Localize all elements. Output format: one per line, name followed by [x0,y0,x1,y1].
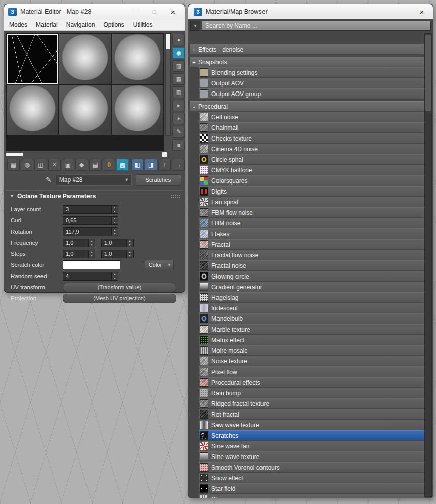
map-item-procedural-effects[interactable]: Procedural effects [199,377,424,387]
generate-preview-button[interactable]: ▸ [172,100,185,111]
spinner-down-icon[interactable]: ▾ [89,254,95,258]
group-header-snapshots[interactable]: +Snapshots [190,57,424,67]
spinner-down-icon[interactable]: ▾ [112,220,118,224]
material-slot[interactable] [7,34,58,84]
sample-uv-tiling-button[interactable]: ▦ [172,73,185,85]
map-item-saw-wave-texture[interactable]: Saw wave texture [199,420,424,430]
minimize-button[interactable]: — [128,6,143,17]
map-item-marble-texture[interactable]: Marble texture [199,324,424,334]
options-button[interactable]: ∗ [172,113,185,124]
spinner-field[interactable]: 1,0▴▾ [101,239,134,247]
map-item-fan-spiral[interactable]: Fan spiral [199,197,424,207]
material-slot[interactable] [7,85,58,135]
spinner-up-icon[interactable]: ▴ [112,228,118,232]
map-item-blending-settings[interactable]: Blending settings [199,67,424,77]
spinner-arrows[interactable]: ▴▾ [88,250,95,258]
spinner-up-icon[interactable]: ▴ [127,250,133,254]
slot-hscroll-thumb[interactable] [6,153,23,156]
browser-titlebar[interactable]: 3 Material/Map Browser × [188,4,433,19]
put-to-library-button[interactable]: ▤ [89,159,102,171]
spinner-field[interactable]: 3▴▾ [63,205,118,214]
color-swatch[interactable] [63,260,120,269]
select-by-material-button[interactable]: ✎ [172,126,185,138]
editor-titlebar[interactable]: 3 Material Editor - Map #28 — □ × [4,4,185,19]
slot-horizontal-scrollbar[interactable] [6,152,183,157]
menu-modes[interactable]: Modes [9,21,27,28]
group-header-procedural[interactable]: -Procedural [190,101,424,111]
map-item-colorsquares[interactable]: Colorsquares [199,175,424,186]
map-item-smooth-voronoi-contours[interactable]: Smooth Voronoi contours [199,462,424,472]
map-item-cell-noise[interactable]: Cell noise [199,112,424,122]
make-material-copy-button[interactable]: ▣ [62,159,74,171]
spinner-up-icon[interactable]: ▴ [89,250,95,254]
spinner-arrows[interactable]: ▴▾ [111,228,118,236]
spinner-down-icon[interactable]: ▾ [89,243,95,247]
pick-material-icon[interactable]: ✎ [46,176,52,184]
spinner-down-icon[interactable]: ▾ [112,209,118,213]
map-item-chainmail[interactable]: Chainmail [199,122,424,132]
map-item-fbm-flow-noise[interactable]: FBM flow noise [199,207,424,217]
map-item-iridescent[interactable]: Iridescent [199,303,424,313]
map-item-scratches[interactable]: Scratches [199,430,424,440]
spinner-down-icon[interactable]: ▾ [127,243,133,247]
map-item-cinema-4d-noise[interactable]: Cinema 4D noise [199,144,424,154]
spinner-field[interactable]: 1,0▴▾ [63,250,95,258]
go-forward-to-sibling-button[interactable]: → [172,159,185,171]
material-slot[interactable] [112,85,163,135]
show-end-result-button[interactable]: ◧ [131,159,144,171]
reset-map-button[interactable]: × [48,159,61,171]
spinner-arrows[interactable]: ▴▾ [111,206,118,213]
map-item-cmyk-halftone[interactable]: CMYK halftone [199,165,424,175]
slot-vertical-scrollbar[interactable] [165,33,171,136]
spinner-arrows[interactable]: ▴▾ [126,250,133,258]
map-item-circle-spiral[interactable]: Circle spiral [199,154,424,164]
material-id-channel-button[interactable]: 0 [103,159,115,171]
map-item-checks-texture[interactable]: Checks texture [199,133,424,143]
map-item-fractal-flow-noise[interactable]: Fractal flow noise [199,250,424,260]
map-item-matrix-effect[interactable]: Matrix effect [199,335,424,345]
map-item-output-aov-group[interactable]: Output AOV group [199,88,424,99]
map-item-fbm-noise[interactable]: FBM noise [199,218,424,228]
material-name-dropdown[interactable]: Map #28 ▼ [56,174,132,186]
material-slot[interactable] [59,34,111,84]
browser-scrollbar-thumb[interactable] [425,35,431,111]
make-unique-button[interactable]: ◆ [75,159,88,171]
background-button[interactable]: ▨ [172,60,185,72]
material-slot[interactable] [112,34,163,84]
spinner-field[interactable]: 4▴▾ [63,272,118,281]
map-item-fractal[interactable]: Fractal [199,239,424,249]
map-item-flakes[interactable]: Flakes [199,228,424,239]
map-item-sine-wave-texture[interactable]: Sine wave texture [199,451,424,462]
menu-options[interactable]: Options [103,21,124,28]
color-mode-dropdown[interactable]: Color▾ [145,260,174,270]
spinner-up-icon[interactable]: ▴ [112,272,118,277]
map-item-ridged-fractal-texture[interactable]: Ridged fractal texture [199,398,424,408]
projection-button[interactable]: (Mesh UV projection) [63,294,176,303]
rollout-collapse-icon[interactable]: ▼ [10,194,14,199]
spinner-arrows[interactable]: ▴▾ [111,272,118,280]
map-item-noise-texture[interactable]: Noise texture [199,356,424,366]
spinner-up-icon[interactable]: ▴ [127,239,133,243]
close-button[interactable]: × [165,6,181,17]
map-item-stripes[interactable]: Stripes [199,494,424,498]
material-map-navigator-button[interactable]: ≡ [172,139,185,151]
menu-material[interactable]: Material [36,21,58,28]
backlight-button[interactable]: ◉ [172,47,185,59]
spinner-field[interactable]: 117,9▴▾ [63,227,118,236]
spinner-arrows[interactable]: ▴▾ [126,239,133,247]
spinner-up-icon[interactable]: ▴ [112,217,118,221]
map-item-hagelslag[interactable]: Hagelslag [199,292,424,302]
spinner-field[interactable]: 1,0▴▾ [63,239,95,247]
browser-scrollbar[interactable] [424,33,432,497]
isolate-map-button[interactable]: ◨ [145,159,157,171]
group-header-effects-denoise[interactable]: +Effects - denoise [190,44,424,54]
material-slot[interactable] [59,85,111,135]
uv-transform-button[interactable]: (Transform value) [63,283,176,292]
menu-navigation[interactable]: Navigation [66,21,95,28]
menu-utilities[interactable]: Utilities [133,21,153,28]
rollout-header[interactable]: ▼ Octane Texture Parameters [6,190,183,202]
spinner-down-icon[interactable]: ▾ [112,276,118,280]
spinner-up-icon[interactable]: ▴ [112,206,118,210]
search-input[interactable] [202,21,431,31]
spinner-field[interactable]: 1,0▴▾ [101,250,134,258]
